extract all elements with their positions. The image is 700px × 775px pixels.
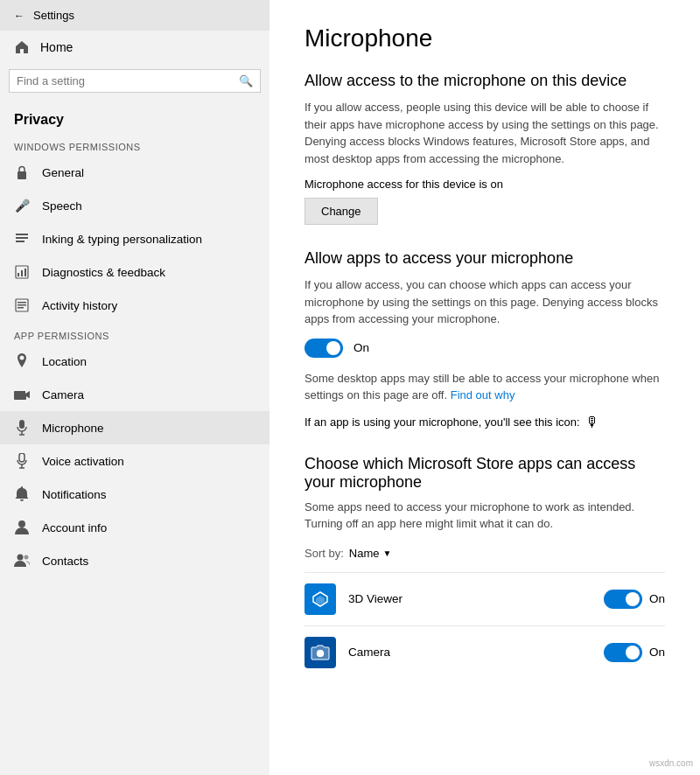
svg-point-25 [318, 652, 322, 655]
sidebar-item-voice[interactable]: Voice activation [0, 444, 270, 478]
activity-icon [14, 297, 30, 313]
section1-desc: If you allow access, people using this d… [304, 99, 665, 167]
page-title: Microphone [304, 24, 665, 52]
contacts-label: Contacts [42, 555, 88, 568]
sidebar-item-activity[interactable]: Activity history [0, 289, 270, 322]
diagnostics-icon [14, 264, 30, 280]
location-label: Location [42, 355, 87, 368]
main-content: Microphone Allow access to the microphon… [270, 0, 700, 775]
camera-app-toggle[interactable] [604, 643, 642, 662]
svg-rect-12 [19, 420, 24, 429]
app-permissions-label: App permissions [0, 322, 270, 345]
device-status: Microphone access for this device is on [304, 178, 665, 191]
section3-desc: Some apps need to access your microphone… [304, 499, 665, 533]
home-label: Home [40, 40, 73, 54]
sort-value[interactable]: Name ▼ [349, 547, 392, 560]
lock-icon [14, 164, 30, 180]
privacy-label: Privacy [0, 101, 270, 133]
inking-icon [14, 231, 30, 247]
account-label: Account info [42, 521, 107, 534]
svg-rect-6 [21, 270, 23, 276]
sidebar-item-speech[interactable]: 🎤 Speech [0, 189, 270, 222]
sidebar-item-location[interactable]: Location [0, 345, 270, 378]
sort-row: Sort by: Name ▼ [304, 547, 665, 560]
svg-point-18 [18, 520, 25, 527]
3dviewer-toggle-label: On [649, 592, 665, 605]
location-icon [14, 353, 30, 369]
sort-by-label: Sort by: [304, 547, 344, 560]
svg-point-19 [18, 555, 24, 561]
inking-label: Inking & typing personalization [42, 233, 202, 246]
section2-title: Allow apps to access your microphone [304, 249, 665, 268]
speech-label: Speech [42, 199, 82, 213]
home-icon [14, 39, 30, 55]
section3-title: Choose which Microsoft Store apps can ac… [304, 455, 665, 492]
3dviewer-toggle[interactable] [604, 590, 642, 609]
desktop-apps-note: Some desktop apps may still be able to a… [304, 370, 665, 404]
apps-toggle[interactable] [304, 339, 343, 358]
search-icon: 🔍 [239, 74, 253, 87]
general-label: General [42, 166, 84, 179]
sidebar-item-camera[interactable]: Camera [0, 378, 270, 411]
contacts-icon [14, 553, 30, 569]
camera-toggle-row: On [604, 643, 665, 662]
sidebar-item-general[interactable]: General [0, 156, 270, 189]
apps-toggle-row: On [304, 339, 665, 358]
settings-title: Settings [33, 9, 74, 22]
find-out-why-link[interactable]: Find out why [451, 388, 515, 401]
notifications-label: Notifications [42, 488, 107, 501]
sidebar-item-diagnostics[interactable]: Diagnostics & feedback [0, 255, 270, 289]
svg-rect-15 [19, 453, 24, 462]
svg-rect-9 [18, 302, 26, 304]
sidebar: ← Settings Home 🔍 Privacy Windows permis… [0, 0, 270, 775]
3dviewer-icon [304, 583, 336, 615]
sidebar-item-account[interactable]: Account info [0, 511, 270, 544]
svg-rect-10 [18, 304, 26, 306]
apps-toggle-label: On [354, 341, 369, 354]
svg-rect-2 [16, 237, 28, 239]
sidebar-item-home[interactable]: Home [0, 31, 270, 64]
sort-chevron-icon: ▼ [382, 548, 391, 558]
svg-marker-22 [316, 596, 325, 604]
back-button[interactable]: ← Settings [0, 0, 270, 31]
account-icon [14, 520, 30, 535]
speech-icon: 🎤 [14, 198, 30, 213]
activity-label: Activity history [42, 299, 117, 312]
microphone-label: Microphone [42, 422, 104, 435]
svg-rect-1 [16, 234, 28, 235]
watermark: wsxdn.com [649, 758, 693, 768]
svg-rect-3 [16, 241, 24, 242]
camera-app-name: Camera [348, 646, 604, 659]
voice-label: Voice activation [42, 455, 124, 468]
sidebar-item-inking[interactable]: Inking & typing personalization [0, 222, 270, 255]
icon-note: If an app is using your microphone, you'… [304, 415, 665, 430]
camera-app-icon [304, 637, 336, 668]
microphone-icon [14, 420, 30, 436]
camera-icon [14, 387, 30, 402]
icon-note-text: If an app is using your microphone, you'… [304, 415, 580, 429]
windows-permissions-label: Windows permissions [0, 133, 270, 156]
mic-indicator-icon: 🎙 [585, 415, 599, 430]
3dviewer-toggle-row: On [604, 590, 665, 609]
change-button[interactable]: Change [304, 198, 378, 225]
app-row-camera: Camera On [304, 625, 665, 679]
diagnostics-label: Diagnostics & feedback [42, 266, 165, 279]
sidebar-item-microphone[interactable]: Microphone [0, 411, 270, 444]
3dviewer-name: 3D Viewer [348, 592, 604, 605]
svg-rect-5 [18, 273, 19, 276]
svg-rect-11 [18, 307, 24, 309]
svg-point-20 [24, 555, 29, 560]
camera-label: Camera [42, 388, 84, 401]
sidebar-item-contacts[interactable]: Contacts [0, 544, 270, 577]
sidebar-item-notifications[interactable]: Notifications [0, 478, 270, 511]
camera-toggle-label: On [649, 646, 665, 659]
section1-title: Allow access to the microphone on this d… [304, 72, 665, 90]
notifications-icon [14, 486, 30, 502]
svg-rect-0 [18, 171, 26, 179]
app-row-3dviewer: 3D Viewer On [304, 572, 665, 625]
section2-desc: If you allow access, you can choose whic… [304, 276, 665, 328]
search-box[interactable]: 🔍 [9, 69, 261, 93]
search-input[interactable] [17, 74, 239, 87]
svg-rect-7 [24, 269, 26, 276]
back-icon: ← [14, 10, 24, 22]
